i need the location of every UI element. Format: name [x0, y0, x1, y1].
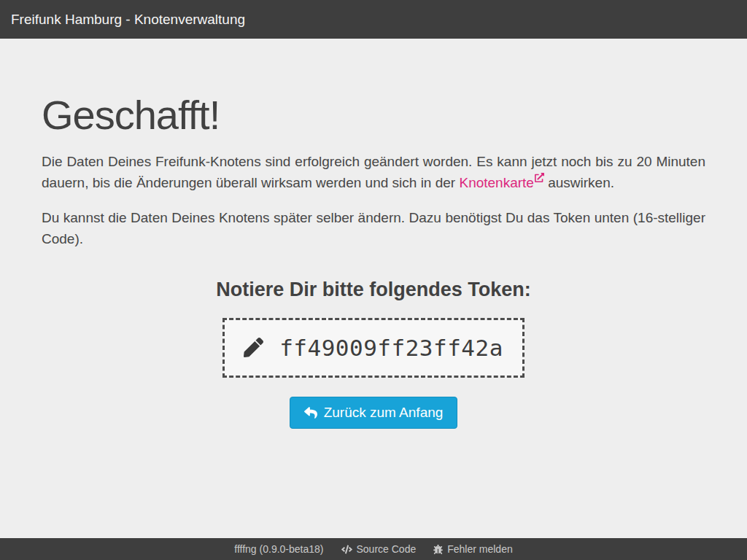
report-bug-link[interactable]: Fehler melden	[433, 543, 513, 555]
main-content: Geschafft! Die Daten Deines Freifunk-Kno…	[42, 93, 705, 429]
knotenkarte-link[interactable]: Knotenkarte	[459, 175, 543, 190]
token-value: ff49009ff23ff42a	[279, 335, 503, 361]
back-button-label: Zurück zum Anfang	[324, 405, 444, 421]
top-navbar: Freifunk Hamburg - Knotenverwaltung	[0, 0, 747, 39]
page-title: Geschafft!	[42, 93, 705, 138]
back-to-start-button[interactable]: Zurück zum Anfang	[290, 397, 458, 429]
knotenkarte-link-label: Knotenkarte	[459, 175, 533, 190]
external-link-icon	[535, 173, 544, 182]
bug-icon	[433, 545, 443, 554]
token-info-paragraph: Du kannst die Daten Deines Knotens späte…	[42, 207, 705, 249]
token-box: ff49009ff23ff42a	[222, 318, 525, 378]
success-paragraph: Die Daten Deines Freifunk-Knotens sind e…	[42, 151, 705, 193]
code-icon	[341, 545, 352, 554]
source-code-link[interactable]: Source Code	[341, 543, 417, 555]
token-heading: Notiere Dir bitte folgendes Token:	[42, 279, 705, 301]
success-text-after-link: auswirken.	[544, 175, 614, 190]
report-bug-label: Fehler melden	[447, 543, 513, 555]
app-version-text: ffffng (0.9.0-beta18)	[234, 543, 323, 555]
source-code-label: Source Code	[357, 543, 417, 555]
reply-arrow-icon	[304, 406, 317, 419]
pencil-icon	[244, 338, 263, 357]
navbar-brand-title[interactable]: Freifunk Hamburg - Knotenverwaltung	[11, 12, 245, 28]
footer-bar: ffffng (0.9.0-beta18) Source Code Fehler…	[0, 538, 747, 560]
